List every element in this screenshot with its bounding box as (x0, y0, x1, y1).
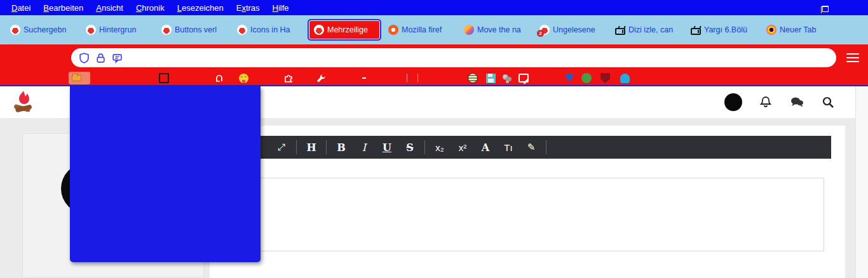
shield-icon[interactable] (79, 53, 90, 63)
user-avatar[interactable] (724, 93, 742, 111)
tab-favicon (615, 28, 625, 35)
browser-tab[interactable]: Icons in Ha (232, 19, 306, 41)
app-menu-icon[interactable] (846, 51, 859, 65)
extension-puzzle-icon[interactable] (284, 73, 294, 83)
edit-page-icon[interactable] (519, 74, 529, 83)
tab-favicon (86, 25, 96, 35)
tab-label: Yargı 6.Bölü (704, 25, 752, 34)
restore-button[interactable] (810, 0, 839, 15)
menubar-item[interactable]: Chronik (130, 0, 171, 15)
tab-label: Icons in Ha (250, 25, 299, 34)
browser-tab[interactable]: Yargı 6.Bölü (686, 19, 759, 41)
toolbar-separator (326, 140, 327, 154)
adblock-shield-icon[interactable] (600, 73, 610, 83)
browser-tab[interactable]: 2 Ungelesene (534, 19, 608, 41)
tab-label: Buttons verl (175, 25, 223, 34)
save-page-icon[interactable] (486, 74, 496, 83)
browser-tab[interactable]: Neuer Tab (761, 19, 835, 41)
extension-molecule-icon[interactable] (502, 73, 512, 83)
new-tab-box-icon[interactable] (159, 73, 169, 83)
tab-label: Move the na (477, 25, 526, 34)
tab-favicon (766, 25, 776, 35)
tab-favicon (161, 25, 172, 35)
tab-favicon (10, 25, 20, 35)
bookmarks-dropdown-menu (70, 86, 261, 262)
editor-button-font-size[interactable]: Tı (497, 136, 520, 159)
quote-box (214, 178, 824, 251)
campfire-logo[interactable] (9, 88, 38, 117)
menubar-item[interactable]: Extras (230, 0, 266, 15)
minimize-button[interactable] (780, 0, 810, 15)
tab-label: Suchergebn (24, 25, 72, 34)
editor-button-italic[interactable]: I (353, 136, 376, 159)
toolbar-separator (296, 140, 297, 154)
url-bar[interactable] (71, 48, 836, 67)
toolbar-separator (546, 140, 546, 154)
browser-tab[interactable]: Buttons verl (156, 19, 230, 41)
tab-favicon (388, 25, 398, 35)
tab-favicon (314, 25, 324, 35)
menubar-item[interactable]: Ansicht (90, 0, 130, 15)
folder-icon (72, 75, 81, 81)
notifier-bell-icon[interactable] (620, 74, 630, 83)
lock-icon[interactable] (95, 53, 106, 63)
tab-label: Ungelesene (553, 25, 601, 34)
editor-button-font-color[interactable]: A (474, 136, 497, 159)
bookmarks-toolbar (0, 71, 868, 86)
tab-favicon (691, 28, 701, 35)
extension-globe-icon[interactable] (468, 73, 478, 83)
menubar-item[interactable]: Datei (5, 0, 37, 15)
browser-tab[interactable]: Move the na (459, 19, 532, 41)
wrench-icon[interactable] (316, 73, 327, 83)
bookmarks-folder-button[interactable] (69, 72, 90, 84)
emoji-icon[interactable] (239, 74, 248, 83)
conversations-icon[interactable] (789, 95, 804, 109)
window-controls (780, 0, 868, 15)
page-scrollbar[interactable] (855, 86, 868, 278)
tab-favicon (464, 25, 474, 35)
tab-label: Neuer Tab (780, 25, 828, 34)
tab-bar: Suchergebn Hintergrun Buttons verl Icons… (0, 15, 868, 44)
menubar-item[interactable]: Lesezeichen (171, 0, 230, 15)
editor-button-fullscreen[interactable]: ⤢ (270, 136, 293, 159)
tab-label: Dizi izle, can (628, 25, 677, 34)
editor-button-strikethrough[interactable]: S (398, 136, 421, 159)
browser-tab[interactable]: Mehrzeilige (308, 19, 381, 41)
navigation-toolbar (0, 44, 868, 71)
bplus-extension-icon[interactable] (581, 73, 592, 83)
restore-icon (822, 6, 829, 12)
tab-label: Mehrzeilige (327, 25, 373, 34)
menubar-item[interactable]: Hilfe (266, 0, 295, 15)
editor-button-brush[interactable]: ✎ (520, 136, 543, 159)
tab-label: Mozilla firef (402, 25, 450, 34)
editor-toolbar: ⤢HBIUSx₂x²ATı✎ (210, 136, 831, 159)
search-icon[interactable] (821, 95, 835, 109)
notifications-bell-icon[interactable] (759, 95, 773, 109)
close-button[interactable] (839, 0, 868, 15)
tab-favicon: 2 (539, 25, 550, 35)
menu-bar: DateiBearbeitenAnsichtChronikLesezeichen… (0, 0, 868, 15)
editor-button-superscript[interactable]: x² (451, 136, 474, 159)
screenshot-icon[interactable] (362, 77, 366, 79)
editor-button-subscript[interactable]: x₂ (428, 136, 451, 159)
browser-tab[interactable]: Dizi izle, can (610, 19, 684, 41)
browser-tab[interactable]: Hintergrun (81, 19, 154, 41)
editor-button-bold[interactable]: B (330, 136, 353, 159)
menubar-item[interactable]: Bearbeiten (37, 0, 90, 15)
editor-button-underline[interactable]: U (376, 136, 398, 159)
editor-button-heading[interactable]: H (300, 136, 323, 159)
permissions-icon[interactable] (112, 53, 123, 63)
account-icon[interactable] (214, 73, 224, 83)
tab-badge: 2 (537, 30, 544, 37)
tab-label: Hintergrun (99, 25, 147, 34)
post-card: ⤢HBIUSx₂x²ATı✎ (210, 126, 845, 278)
tab-favicon (237, 25, 247, 35)
browser-tab[interactable]: Suchergebn (5, 19, 79, 41)
browser-tab[interactable]: Mozilla firef (383, 19, 457, 41)
filter-pin-icon[interactable] (564, 74, 574, 82)
toolbar-separator (424, 140, 425, 154)
